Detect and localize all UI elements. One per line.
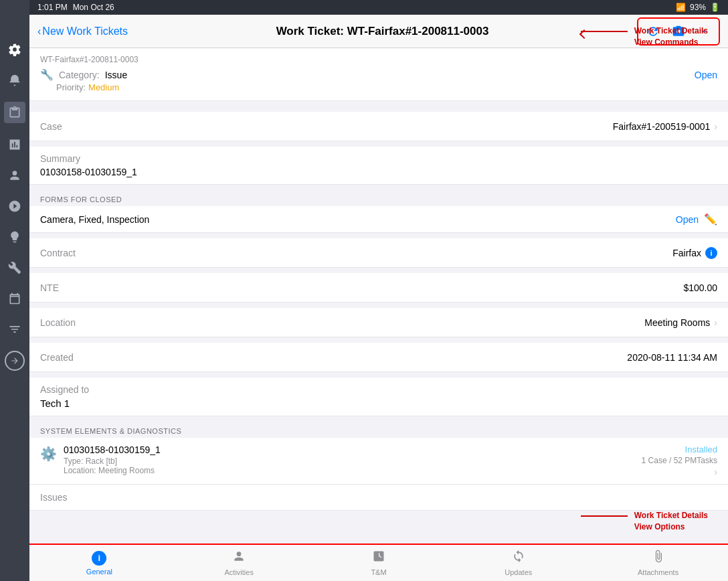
tm-tab-icon [372,550,385,566]
battery-icon: 🔋 [710,3,720,12]
content-area: WT-Fairfax#1-200811-0003 🔧 Category: Iss… [29,48,728,544]
created-value: 2020-08-11 11:34 AM [627,352,717,363]
open-badge[interactable]: Open [695,70,717,80]
forms-right: Open ✏️ [676,213,717,226]
separator-2 [29,141,728,147]
system-element-name: 01030158-01030159_1 [64,444,635,455]
updates-tab-label: Updates [505,568,532,576]
status-right: 📶 93% 🔋 [676,3,720,12]
sidebar-icon-person[interactable] [5,166,24,185]
contract-info-icon[interactable]: i [705,247,717,259]
priority-row: Priority: Medium [56,82,717,92]
forms-edit-icon[interactable]: ✏️ [704,213,717,226]
activities-tab-icon [232,550,246,566]
system-chevron-icon: › [714,467,717,477]
summary-section: Summary 01030158-01030159_1 [29,147,728,185]
contract-label: Contract [40,248,76,258]
sidebar-icon-clipboard[interactable] [4,102,25,123]
contract-value: Fairfax [672,248,701,258]
system-location-label: Location: [64,466,96,475]
attachments-tab-icon [652,550,665,566]
category-label: Category: [59,70,100,80]
system-gear-icon: ⚙️ [40,446,57,462]
tab-updates[interactable]: Updates [448,545,588,581]
system-element-info: 01030158-01030159_1 Type: Rack [tb] Loca… [64,444,635,475]
status-time: 1:01 PM [37,3,68,12]
priority-value: Medium [88,82,119,92]
wrench-icon: 🔧 [40,68,54,81]
system-type-value: Rack [tb] [86,456,117,466]
status-bar: 1:01 PM Mon Oct 26 📶 93% 🔋 [29,0,728,15]
case-label: Case [40,121,62,132]
separator-1 [29,106,728,112]
separator-6 [29,303,728,308]
forms-section-header: FORMS FOR CLOSED [29,190,728,206]
nte-label: NTE [40,282,59,293]
separator-8 [29,372,728,378]
commands-annotation: Work Ticket DetailsView Commands [634,25,708,48]
system-type-label: Type: [64,456,83,466]
sidebar-icon-bell[interactable] [5,71,24,90]
sidebar-icon-cog[interactable] [5,197,24,216]
separator-4 [29,233,728,238]
nte-value: $100.00 [683,282,717,293]
created-label: Created [40,352,74,363]
nte-row: NTE $100.00 [29,273,728,303]
status-date: Mon Oct 26 [73,3,114,12]
tab-activities[interactable]: Activities [169,545,309,581]
separator-5 [29,268,728,273]
forms-value: Camera, Fixed, Inspection [40,214,149,225]
system-location-row: Location: Meeting Rooms [64,466,635,475]
created-row: Created 2020-08-11 11:34 AM [29,343,728,372]
tab-tm[interactable]: T&M [309,545,449,581]
forms-open-label[interactable]: Open [676,214,699,225]
tab-bar: i General Activities T&M Updates Attac [29,544,728,581]
sidebar-icon-lightbulb[interactable] [5,228,24,246]
tab-attachments[interactable]: Attachments [588,545,728,581]
general-tab-icon: i [92,551,106,566]
sidebar-icon-gear[interactable] [5,40,24,59]
chevron-left-icon: ‹ [37,25,41,37]
wifi-icon: 📶 [676,3,686,12]
general-tab-label: General [86,568,112,576]
assigned-value: Tech 1 [40,398,717,409]
sidebar [0,0,29,581]
system-status: Installed [685,444,717,454]
system-section-header: SYSTEM ELEMENTS & DIAGNOSTICS [29,422,728,438]
separator-3 [29,185,728,190]
assigned-section: Assigned to Tech 1 [29,378,728,416]
system-element-row[interactable]: ⚙️ 01030158-01030159_1 Type: Rack [tb] L… [29,438,728,485]
issues-label: Issues [40,492,67,503]
system-element-right: Installed 1 Case / 52 PMTasks › [642,444,717,477]
back-label: New Work Tickets [42,25,128,37]
location-value: Meeting Rooms [644,317,710,328]
sidebar-icon-arrow-circle[interactable] [5,351,25,371]
main-panel: 1:01 PM Mon Oct 26 📶 93% 🔋 ‹ New Work Ti… [29,0,728,581]
contract-row: Contract Fairfax i [29,238,728,268]
case-chevron-icon: › [714,121,717,132]
sidebar-icon-chart[interactable] [5,135,24,154]
category-value: Issue [105,70,127,80]
back-button[interactable]: ‹ New Work Tickets [37,25,128,37]
case-row[interactable]: Case Fairfax#1-200519-0001 › [29,112,728,141]
nav-title: Work Ticket: WT-Fairfax#1-200811-0003 [134,25,630,38]
separator-7 [29,337,728,343]
attachments-tab-label: Attachments [638,568,678,576]
sidebar-icon-wrench[interactable] [5,258,24,277]
forms-section[interactable]: Camera, Fixed, Inspection Open ✏️ [29,206,728,233]
location-row[interactable]: Location Meeting Rooms › [29,308,728,337]
updates-tab-icon [512,550,525,566]
battery-level: 93% [690,3,706,12]
summary-label: Summary [40,153,717,164]
sidebar-icon-filter[interactable] [5,320,24,339]
summary-value: 01030158-01030159_1 [40,167,717,177]
system-location-value: Meeting Rooms [98,466,155,475]
activities-tab-label: Activities [224,568,253,576]
system-type-row: Type: Rack [tb] [64,456,635,466]
tab-general[interactable]: i General [29,545,169,581]
priority-label: Priority: [56,82,86,92]
sidebar-icon-calendar[interactable] [5,289,24,308]
system-cases: 1 Case / 52 PMTasks [642,456,717,465]
separator-9 [29,416,728,422]
options-annotation: Work Ticket DetailsView Options [634,510,708,533]
